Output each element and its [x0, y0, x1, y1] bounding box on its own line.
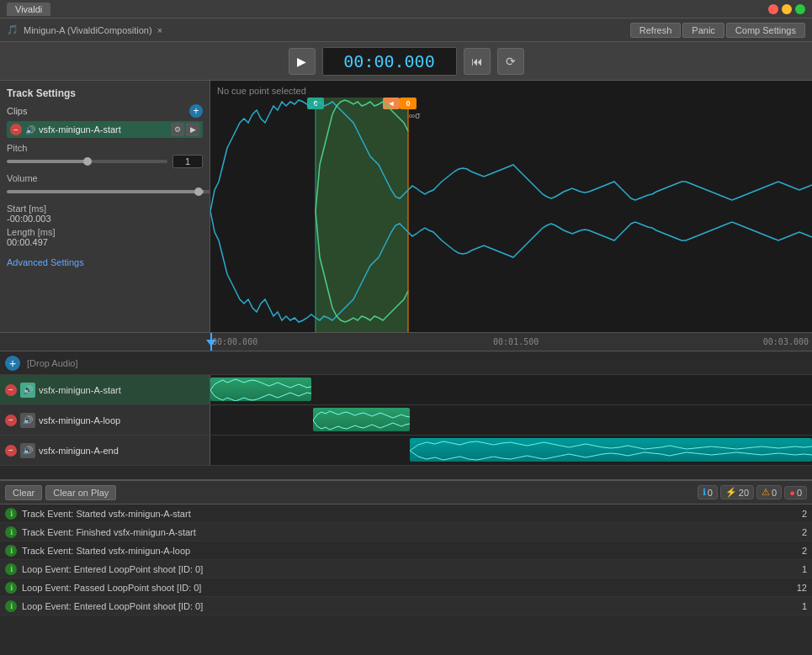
clear-on-play-button[interactable]: Clear on Play: [45, 485, 116, 500]
ruler-time-1500: 00:01.500: [493, 337, 539, 346]
clip-play-button[interactable]: ▶: [186, 123, 199, 136]
track-row: − 🔊 vsfx-minigun-A-loop: [0, 405, 812, 436]
log-row-text: Loop Event: Passed LoopPoint shoot [ID: …: [22, 583, 790, 593]
loop-icon: ⟳: [506, 55, 516, 68]
panic-button[interactable]: Panic: [682, 23, 724, 38]
log-toolbar: Clear Clear on Play ℹ 0 ⚡ 20 ⚠ 0 ● 0: [0, 481, 812, 504]
left-panel: Track Settings Clips + − 🔊 vsfx-minigun-…: [0, 81, 210, 332]
log-row: ℹ Loop Event: Passed LoopPoint shoot [ID…: [0, 578, 812, 597]
log-table: ℹ Track Event: Started vsfx-minigun-A-st…: [0, 504, 812, 615]
log-row-text: Track Event: Finished vsfx-minigun-A-sta…: [22, 527, 790, 537]
log-row: ℹ Loop Event: Entered LoopPoint shoot [I…: [0, 560, 812, 578]
play-button[interactable]: ▶: [289, 48, 316, 75]
drop-label: [Drop Audio]: [27, 358, 78, 368]
window-controls: [768, 4, 805, 14]
start-label: Start [ms]: [7, 203, 203, 214]
clip-name: vsfx-minigun-A-start: [39, 124, 167, 135]
comp-settings-button[interactable]: Comp Settings: [726, 23, 805, 38]
volume-label: Volume: [7, 173, 203, 183]
length-value: 00:00.497: [7, 237, 203, 247]
log-row-count: 2: [790, 527, 807, 537]
track-settings-title: Track Settings: [7, 87, 203, 99]
ruler-time-0: 00:00.000: [212, 337, 257, 346]
clip-row: − 🔊 vsfx-minigun-A-start ⚙ ▶: [7, 121, 203, 138]
rewind-button[interactable]: ⏮: [464, 48, 491, 75]
add-clip-button[interactable]: +: [189, 104, 203, 118]
error-icon: ●: [789, 488, 795, 498]
file-close-icon[interactable]: ×: [157, 25, 162, 35]
track-name-2: vsfx-minigun-A-loop: [39, 415, 204, 425]
track-content-1: [210, 375, 812, 404]
log-row-icon: ℹ: [5, 600, 17, 612]
track-remove-3[interactable]: −: [5, 445, 17, 457]
audio-clip-2[interactable]: [313, 408, 410, 431]
audio-clip-1[interactable]: [210, 378, 311, 401]
log-row-count: 1: [790, 564, 807, 574]
log-row-text: Loop Event: Entered LoopPoint shoot [ID:…: [22, 601, 790, 611]
advanced-settings-link[interactable]: Advanced Settings: [7, 257, 84, 267]
clips-header-left: Clips: [7, 106, 27, 116]
bolt-icon: ⚡: [725, 487, 737, 498]
warning-count: 20: [739, 488, 749, 498]
pitch-row: 1: [7, 155, 203, 168]
caution-count: 0: [772, 488, 777, 498]
track-mute-2[interactable]: 🔊: [20, 413, 35, 428]
refresh-button[interactable]: Refresh: [630, 23, 682, 38]
loop-button[interactable]: ⟳: [497, 48, 524, 75]
track-remove-1[interactable]: −: [5, 384, 17, 396]
clip-remove-button[interactable]: −: [10, 124, 22, 135]
track-name-1: vsfx-minigun-A-start: [39, 385, 204, 395]
transport-bar: ▶ 00:00.000 ⏮ ⟳: [0, 42, 812, 81]
error-count: 0: [797, 488, 802, 498]
file-name: Minigun-A (VivaldiComposition): [24, 25, 152, 35]
clip-actions: ⚙ ▶: [171, 123, 199, 136]
clear-button[interactable]: Clear: [5, 485, 42, 500]
app-header-right: Refresh Panic Comp Settings: [630, 23, 805, 38]
app-header: 🎵 Minigun-A (VivaldiComposition) × Refre…: [0, 18, 812, 42]
track-header-3: − 🔊 vsfx-minigun-A-end: [0, 436, 210, 465]
add-track-button[interactable]: +: [5, 356, 20, 371]
log-badges: ℹ 0 ⚡ 20 ⚠ 0 ● 0: [698, 485, 807, 499]
badge-caution: ⚠ 0: [756, 485, 782, 499]
title-bar: Vivaldi: [0, 0, 812, 18]
log-section: Clear Clear on Play ℹ 0 ⚡ 20 ⚠ 0 ● 0 ℹ T…: [0, 480, 812, 615]
log-row-icon: ℹ: [5, 563, 17, 575]
audio-clip-3[interactable]: [410, 438, 812, 462]
maximize-btn[interactable]: [795, 4, 805, 14]
clips-label: Clips: [7, 106, 27, 116]
pitch-value: 1: [172, 155, 203, 168]
log-row: ℹ Loop Event: Entered LoopPoint shoot [I…: [0, 597, 812, 615]
timeline-section: 00:00.000 00:01.500 00:03.000 + [Drop Au…: [0, 333, 812, 480]
timeline-playhead: [210, 333, 212, 351]
app-header-left: 🎵 Minigun-A (VivaldiComposition) ×: [7, 24, 162, 35]
main-content: Track Settings Clips + − 🔊 vsfx-minigun-…: [0, 81, 812, 333]
drop-audio-row: + [Drop Audio]: [0, 351, 812, 375]
caution-icon: ⚠: [762, 487, 770, 498]
track-mute-3[interactable]: 🔊: [20, 443, 35, 458]
track-mute-1[interactable]: 🔊: [20, 383, 35, 398]
log-row-icon: ℹ: [5, 526, 17, 538]
cue-point-label: No cue point selected: [217, 86, 306, 96]
log-row-icon: ℹ: [5, 545, 17, 557]
track-header-1: − 🔊 vsfx-minigun-A-start: [0, 375, 210, 404]
info-icon: ℹ: [703, 487, 706, 498]
log-row: ℹ Track Event: Started vsfx-minigun-A-lo…: [0, 541, 812, 560]
track-header-2: − 🔊 vsfx-minigun-A-loop: [0, 405, 210, 435]
clip-settings-button[interactable]: ⚙: [171, 123, 184, 136]
app-tab[interactable]: Vivaldi: [7, 3, 50, 16]
badge-error: ● 0: [784, 486, 807, 499]
waveform-svg: [210, 98, 812, 325]
pitch-slider[interactable]: [7, 160, 167, 163]
play-icon: ▶: [297, 55, 306, 68]
ruler-marks: 00:00.000 00:01.500 00:03.000: [210, 333, 812, 351]
track-list: − 🔊 vsfx-minigun-A-start − 🔊 vsfx-minigu…: [0, 375, 812, 466]
track-content-2: [210, 405, 812, 435]
clip-icon: 🔊: [25, 125, 35, 135]
playhead-triangle: [206, 340, 216, 346]
close-btn[interactable]: [768, 4, 778, 14]
track-remove-2[interactable]: −: [5, 415, 17, 426]
log-row-icon: ℹ: [5, 508, 17, 520]
log-row-icon: ℹ: [5, 582, 17, 594]
ruler-time-3000: 00:03.000: [763, 337, 809, 346]
minimize-btn[interactable]: [782, 4, 792, 14]
